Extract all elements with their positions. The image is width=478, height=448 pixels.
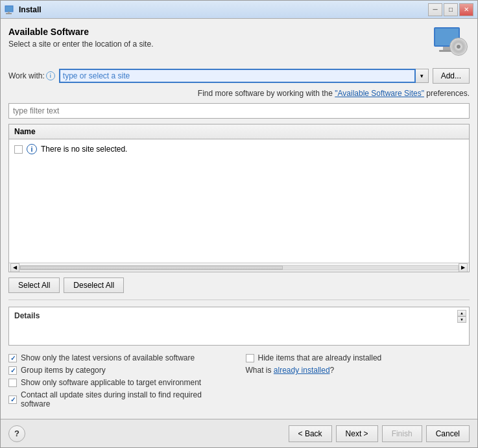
table-row: i There is no site selected. bbox=[12, 142, 466, 156]
page-title: Available Software bbox=[8, 27, 153, 37]
details-section: Details ▲ ▼ bbox=[8, 307, 470, 346]
add-button[interactable]: Add... bbox=[433, 68, 470, 84]
title-bar: Install ─ □ ✕ bbox=[1, 1, 477, 19]
finish-button[interactable]: Finish bbox=[382, 425, 422, 442]
footer: ? < Back Next > Finish Cancel bbox=[1, 419, 477, 447]
help-button[interactable]: ? bbox=[8, 425, 25, 442]
h-scrollbar-thumb bbox=[20, 266, 283, 270]
option-label-2: Group items by category bbox=[21, 366, 106, 375]
header-icon bbox=[433, 27, 470, 63]
option-label-3: Show only software applicable to target … bbox=[21, 378, 201, 387]
no-site-message: There is no site selected. bbox=[41, 145, 127, 154]
option-row-4: Contact all update sites during install … bbox=[8, 390, 233, 408]
footer-right: < Back Next > Finish Cancel bbox=[289, 425, 470, 442]
option-row-2: Group items by category bbox=[8, 366, 233, 375]
cancel-button[interactable]: Cancel bbox=[426, 425, 470, 442]
option-checkbox-1[interactable] bbox=[8, 354, 17, 362]
main-content: Available Software Select a site or ente… bbox=[1, 19, 477, 419]
options-section: Show only the latest versions of availab… bbox=[8, 351, 470, 411]
window-title: Install bbox=[19, 5, 42, 14]
info-badge-icon: i bbox=[46, 71, 55, 80]
cd-disc-icon bbox=[449, 38, 468, 56]
options-left: Show only the latest versions of availab… bbox=[8, 353, 233, 408]
minimize-button[interactable]: ─ bbox=[428, 3, 442, 16]
page-subtitle: Select a site or enter the location of a… bbox=[8, 40, 153, 49]
h-scrollbar-track[interactable] bbox=[19, 265, 459, 270]
selection-button-row: Select All Deselect All bbox=[8, 277, 470, 293]
scroll-right-button[interactable]: ▶ bbox=[459, 263, 468, 272]
maximize-button[interactable]: □ bbox=[444, 3, 458, 16]
work-with-dropdown-button[interactable]: ▼ bbox=[416, 69, 429, 83]
install-icon bbox=[5, 5, 15, 15]
find-more-suffix: preferences. bbox=[426, 89, 470, 98]
option-checkbox-3[interactable] bbox=[8, 379, 17, 387]
cd-hole bbox=[457, 45, 460, 49]
available-software-sites-link[interactable]: "Available Software Sites" bbox=[335, 89, 424, 98]
details-scroll-up-button[interactable]: ▲ bbox=[457, 310, 466, 316]
install-window: Install ─ □ ✕ Available Software Select … bbox=[0, 0, 478, 448]
find-more-prefix: Find more software by working with the bbox=[198, 89, 333, 98]
option-label-r2: What is already installed? bbox=[246, 366, 335, 375]
option-checkbox-r1[interactable] bbox=[246, 354, 254, 362]
scroll-left-button[interactable]: ◀ bbox=[10, 263, 19, 272]
title-bar-controls: ─ □ ✕ bbox=[428, 3, 473, 16]
next-button[interactable]: Next > bbox=[336, 425, 378, 442]
table-body[interactable]: i There is no site selected. bbox=[9, 139, 469, 263]
details-title: Details bbox=[14, 311, 464, 320]
option-row-r2: What is already installed? bbox=[246, 366, 470, 375]
work-with-input-wrapper: ▼ bbox=[59, 69, 429, 83]
header-section: Available Software Select a site or ente… bbox=[8, 27, 470, 63]
table-header: Name bbox=[9, 124, 469, 139]
option-label-4: Contact all update sites during install … bbox=[21, 390, 233, 408]
row-checkbox[interactable] bbox=[14, 145, 23, 154]
divider-1 bbox=[8, 300, 470, 300]
option-checkbox-2[interactable] bbox=[8, 366, 17, 375]
option-row-1: Show only the latest versions of availab… bbox=[8, 353, 233, 362]
work-with-row: Work with: i ▼ Add... bbox=[8, 68, 470, 84]
horizontal-scrollbar: ◀ ▶ bbox=[9, 263, 469, 272]
option-label-1: Show only the latest versions of availab… bbox=[21, 353, 195, 362]
option-label-r1: Hide items that are already installed bbox=[258, 353, 382, 362]
title-bar-left: Install bbox=[5, 5, 42, 15]
table-name-column: Name bbox=[14, 127, 36, 136]
work-with-input[interactable] bbox=[59, 69, 416, 83]
details-scroll-down-button[interactable]: ▼ bbox=[457, 316, 466, 323]
option-row-3: Show only software applicable to target … bbox=[8, 378, 233, 387]
close-button[interactable]: ✕ bbox=[459, 3, 473, 16]
svg-rect-2 bbox=[6, 13, 12, 14]
select-all-button[interactable]: Select All bbox=[8, 277, 60, 293]
svg-rect-0 bbox=[5, 6, 13, 12]
option-checkbox-4[interactable] bbox=[8, 395, 17, 404]
row-info-icon: i bbox=[27, 144, 37, 154]
cd-monitor-icon bbox=[434, 27, 469, 62]
already-installed-link[interactable]: already installed bbox=[274, 366, 330, 375]
options-right: Hide items that are already installed Wh… bbox=[246, 353, 470, 408]
footer-left: ? bbox=[8, 425, 25, 442]
header-text: Available Software Select a site or ente… bbox=[8, 27, 153, 49]
find-more-row: Find more software by working with the "… bbox=[8, 89, 470, 98]
work-with-label: Work with: i bbox=[8, 71, 55, 80]
deselect-all-button[interactable]: Deselect All bbox=[64, 277, 124, 293]
option-row-r1: Hide items that are already installed bbox=[246, 353, 470, 362]
filter-input-wrapper bbox=[8, 103, 470, 119]
filter-input[interactable] bbox=[9, 104, 469, 118]
back-button[interactable]: < Back bbox=[289, 425, 332, 442]
software-table: Name i There is no site selected. ◀ ▶ bbox=[8, 124, 470, 272]
details-scroll-buttons: ▲ ▼ bbox=[457, 310, 466, 323]
